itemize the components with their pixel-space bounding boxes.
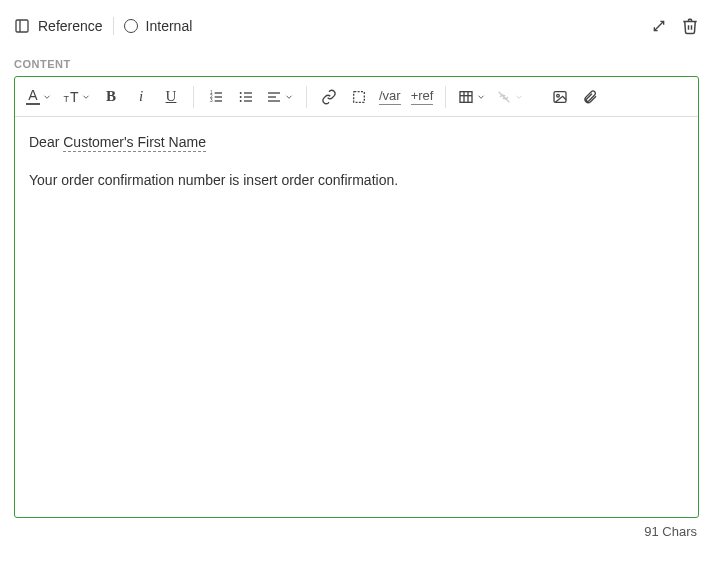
bold-button[interactable]: B: [97, 83, 125, 111]
align-left-icon: [266, 89, 282, 105]
placeholder-token-customer-name[interactable]: Customer's First Name: [63, 134, 206, 152]
chevron-down-icon: [284, 92, 294, 102]
svg-point-14: [240, 92, 242, 94]
header-right: [651, 17, 699, 35]
trash-icon[interactable]: [681, 17, 699, 35]
italic-icon: i: [139, 88, 143, 105]
text-color-button[interactable]: A: [21, 83, 57, 111]
header-left: Reference Internal: [14, 17, 192, 35]
header-row: Reference Internal: [14, 14, 699, 38]
chevron-down-icon: [476, 92, 486, 102]
attach-button[interactable]: [576, 83, 604, 111]
editor-line: Your order confirmation number is insert…: [29, 169, 684, 193]
svg-rect-20: [354, 91, 365, 102]
paperclip-icon: [582, 89, 598, 105]
chevron-down-icon: [42, 92, 52, 102]
circle-icon: [124, 19, 138, 33]
expand-icon[interactable]: [651, 18, 667, 34]
editor-container: A TT B i U 1 2 3: [14, 76, 699, 518]
svg-rect-0: [16, 20, 28, 32]
svg-point-27: [557, 94, 560, 97]
image-icon: [552, 89, 568, 105]
ordered-list-button[interactable]: 1 2 3: [202, 83, 230, 111]
svg-rect-21: [460, 91, 472, 102]
svg-text:3: 3: [210, 98, 213, 103]
insert-ref-button[interactable]: +ref: [407, 83, 438, 111]
fullscreen-select-button[interactable]: [345, 83, 373, 111]
editor-content-area[interactable]: Dear Customer's First Name Your order co…: [15, 117, 698, 517]
underline-icon: U: [166, 88, 177, 105]
internal-toggle[interactable]: Internal: [124, 18, 193, 34]
text-size-button[interactable]: TT: [59, 83, 95, 111]
selection-icon: [351, 89, 367, 105]
table-button[interactable]: [454, 83, 490, 111]
table-icon: [458, 89, 474, 105]
editor-toolbar: A TT B i U 1 2 3: [15, 77, 698, 117]
svg-point-16: [240, 100, 242, 102]
reference-toggle[interactable]: Reference: [14, 18, 103, 34]
toolbar-separator: [445, 86, 446, 108]
svg-line-2: [654, 21, 663, 30]
internal-label: Internal: [146, 18, 193, 34]
greeting-prefix: Dear: [29, 134, 63, 150]
unordered-list-icon: [238, 89, 254, 105]
bold-icon: B: [106, 88, 116, 105]
chevron-down-icon: [81, 92, 91, 102]
ordered-list-icon: 1 2 3: [208, 89, 224, 105]
underline-button[interactable]: U: [157, 83, 185, 111]
link-icon: [321, 89, 337, 105]
text-size-icon: TT: [63, 89, 78, 105]
image-button[interactable]: [546, 83, 574, 111]
reference-icon: [14, 18, 30, 34]
toolbar-separator: [306, 86, 307, 108]
reference-label: Reference: [38, 18, 103, 34]
ref-label: +ref: [411, 88, 434, 105]
text-color-icon: A: [26, 88, 40, 105]
clear-format-button[interactable]: [492, 83, 528, 111]
char-count: 91 Chars: [14, 524, 699, 539]
divider: [113, 17, 114, 35]
svg-point-15: [240, 96, 242, 98]
insert-var-button[interactable]: /var: [375, 83, 405, 111]
italic-button[interactable]: i: [127, 83, 155, 111]
toolbar-separator: [193, 86, 194, 108]
link-button[interactable]: [315, 83, 343, 111]
chevron-down-icon: [514, 92, 524, 102]
var-label: /var: [379, 88, 401, 105]
align-button[interactable]: [262, 83, 298, 111]
unlink-icon: [496, 89, 512, 105]
unordered-list-button[interactable]: [232, 83, 260, 111]
editor-line: Dear Customer's First Name: [29, 131, 684, 155]
content-section-label: CONTENT: [14, 58, 699, 70]
